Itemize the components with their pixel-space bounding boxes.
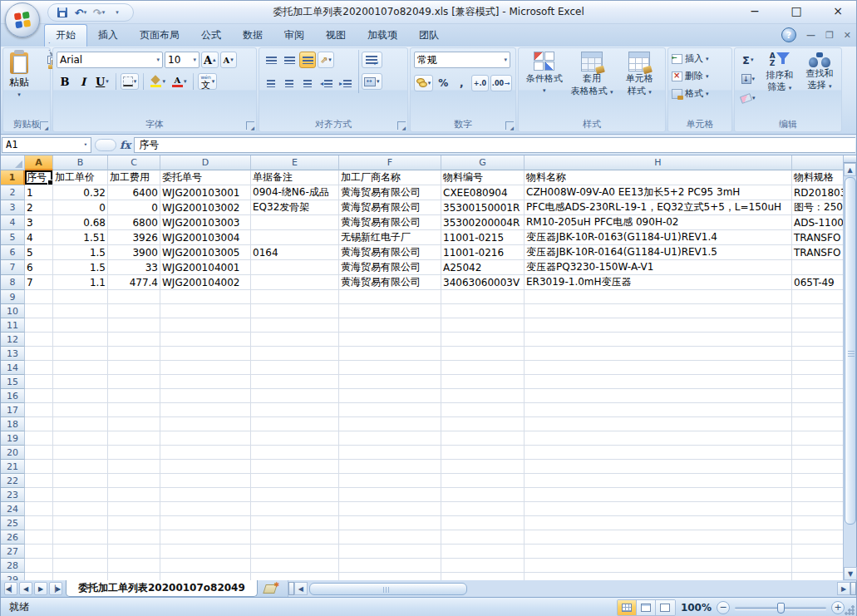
- cell[interactable]: [339, 488, 441, 502]
- cell[interactable]: [441, 502, 525, 516]
- row-header-18[interactable]: 18: [1, 417, 25, 431]
- row-header-24[interactable]: 24: [1, 502, 25, 516]
- alignment-dialog-launcher[interactable]: [397, 121, 406, 130]
- cell[interactable]: [53, 361, 108, 375]
- cell[interactable]: [525, 333, 792, 347]
- cell[interactable]: [53, 347, 108, 361]
- cell[interactable]: [251, 502, 339, 516]
- cell[interactable]: [441, 403, 525, 417]
- cell[interactable]: [53, 304, 108, 318]
- cell[interactable]: 1: [25, 185, 53, 200]
- selected-cell-A1[interactable]: 序号: [25, 170, 53, 185]
- column-header-partial[interactable]: [792, 155, 845, 170]
- zoom-level[interactable]: 100%: [681, 602, 712, 614]
- cell[interactable]: [339, 318, 441, 333]
- cell[interactable]: [108, 290, 160, 304]
- cell[interactable]: 物料规格: [792, 170, 845, 185]
- zoom-in-button[interactable]: +: [831, 601, 845, 614]
- cell[interactable]: [53, 318, 108, 333]
- cell[interactable]: [160, 516, 251, 530]
- phonetic-button[interactable]: wén文▾: [198, 73, 217, 90]
- ribbon-tab-1[interactable]: 插入: [87, 25, 129, 47]
- cell[interactable]: [251, 545, 339, 559]
- page-break-view-button[interactable]: [656, 600, 675, 615]
- cell[interactable]: [251, 389, 339, 403]
- cell[interactable]: [792, 516, 845, 530]
- cell[interactable]: [160, 290, 251, 304]
- cell[interactable]: [108, 417, 160, 431]
- cell[interactable]: [251, 446, 339, 460]
- cell[interactable]: [525, 347, 792, 361]
- cell[interactable]: [25, 502, 53, 516]
- cell[interactable]: [339, 417, 441, 431]
- cell[interactable]: 0: [53, 200, 108, 215]
- cell[interactable]: PFC电感ADS-230RL-19-1，EQ32立式5+5，L=150uH: [525, 200, 792, 215]
- cell[interactable]: [441, 417, 525, 431]
- cell[interactable]: TRANSFO: [792, 230, 845, 245]
- cell[interactable]: [441, 530, 525, 545]
- ribbon-tab-4[interactable]: 数据: [232, 25, 273, 47]
- cell[interactable]: [792, 333, 845, 347]
- cell[interactable]: 477.4: [108, 275, 160, 290]
- cell[interactable]: [53, 460, 108, 474]
- cell[interactable]: 2: [25, 200, 53, 215]
- cell[interactable]: [251, 474, 339, 488]
- cell[interactable]: 0.68: [53, 215, 108, 230]
- cell[interactable]: 0.32: [53, 185, 108, 200]
- borders-button[interactable]: ▾: [121, 73, 140, 90]
- increase-indent-button[interactable]: ▸: [337, 75, 354, 91]
- cell[interactable]: [25, 431, 53, 446]
- cell[interactable]: 加工费用: [108, 170, 160, 185]
- minimize-button[interactable]: −: [743, 2, 766, 19]
- cell[interactable]: [108, 474, 160, 488]
- last-sheet-button[interactable]: ▕▶: [49, 582, 62, 595]
- cell-styles-button[interactable]: 单元格 样式 ▾: [616, 52, 663, 118]
- cell[interactable]: [53, 530, 108, 545]
- cell[interactable]: 35300200004R: [441, 215, 525, 230]
- workbook-close-button[interactable]: ✕: [844, 30, 851, 41]
- cell[interactable]: [251, 290, 339, 304]
- row-header-7[interactable]: 7: [1, 260, 25, 275]
- fill-button[interactable]: ↓▾: [738, 71, 758, 87]
- cell[interactable]: [108, 304, 160, 318]
- cell[interactable]: [25, 446, 53, 460]
- row-header-20[interactable]: 20: [1, 446, 25, 460]
- paste-button[interactable]: 粘贴 ▾: [5, 50, 33, 101]
- cell[interactable]: WJG200104002: [160, 275, 251, 290]
- cell[interactable]: 黄海贸易有限公司: [339, 275, 441, 290]
- next-sheet-button[interactable]: ▶: [34, 582, 47, 595]
- row-header-1[interactable]: 1: [1, 170, 25, 185]
- cell[interactable]: [525, 417, 792, 431]
- workbook-restore-button[interactable]: ❐: [825, 30, 834, 41]
- cell[interactable]: 4: [25, 230, 53, 245]
- cell[interactable]: [441, 304, 525, 318]
- align-right-button[interactable]: [299, 75, 316, 91]
- italic-button[interactable]: I: [75, 73, 91, 90]
- cell[interactable]: [339, 333, 441, 347]
- cell[interactable]: [53, 573, 108, 580]
- fill-color-button[interactable]: ▾: [148, 73, 168, 90]
- cell[interactable]: [339, 361, 441, 375]
- grow-font-button[interactable]: A▴: [201, 52, 219, 68]
- cell[interactable]: [108, 516, 160, 530]
- cell[interactable]: EQ32发骨架: [251, 200, 339, 215]
- decrease-decimal-button[interactable]: .00→: [490, 75, 512, 91]
- orientation-button[interactable]: ⇗▾: [318, 52, 334, 68]
- cell[interactable]: [525, 530, 792, 545]
- cell[interactable]: CZH008W-09V-A0 EE13加长5+2 PC95 3mH: [525, 185, 792, 200]
- row-header-6[interactable]: 6: [1, 245, 25, 260]
- format-cells-button[interactable]: 格式▾: [670, 85, 730, 102]
- cell[interactable]: [441, 474, 525, 488]
- cell[interactable]: [251, 573, 339, 580]
- cell[interactable]: [53, 389, 108, 403]
- cell[interactable]: [441, 389, 525, 403]
- cell[interactable]: [339, 545, 441, 559]
- cell[interactable]: [25, 361, 53, 375]
- cell[interactable]: [160, 403, 251, 417]
- cell[interactable]: [441, 573, 525, 580]
- cell[interactable]: 物料名称: [525, 170, 792, 185]
- cell[interactable]: [441, 488, 525, 502]
- cell[interactable]: [25, 389, 53, 403]
- column-header-F[interactable]: F: [339, 155, 441, 170]
- cell[interactable]: [251, 403, 339, 417]
